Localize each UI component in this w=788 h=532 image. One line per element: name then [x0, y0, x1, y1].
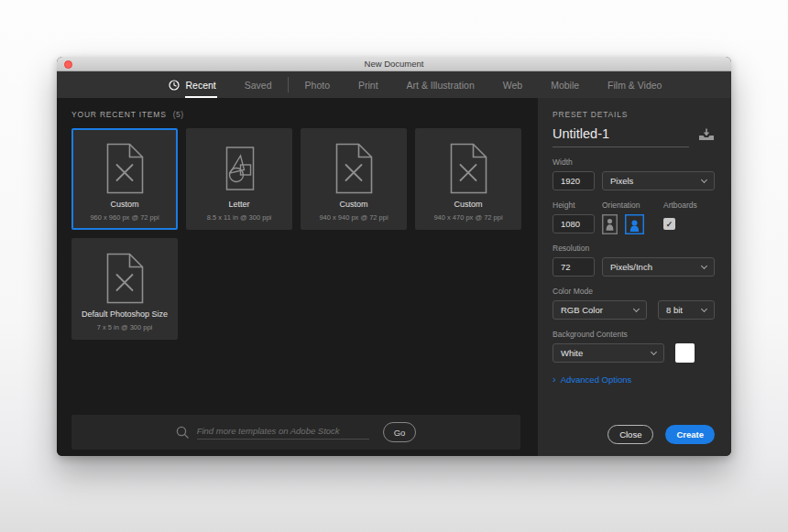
- recent-card-custom-940x470[interactable]: Custom 940 x 470 px @ 72 ppi: [415, 128, 521, 230]
- advanced-options-label: Advanced Options: [561, 375, 632, 385]
- card-subtitle: 940 x 470 px @ 72 ppi: [433, 213, 502, 222]
- chevron-right-icon: ›: [553, 375, 556, 385]
- close-window-button[interactable]: [64, 60, 72, 69]
- tab-saved-label: Saved: [245, 80, 272, 91]
- bit-depth-value: 8 bit: [666, 305, 683, 315]
- tab-photo[interactable]: Photo: [290, 71, 344, 98]
- chevron-down-icon: [701, 263, 707, 269]
- chevron-down-icon: [633, 306, 640, 312]
- width-unit-value: Pixels: [610, 176, 633, 186]
- document-pencils-icon: [104, 253, 146, 304]
- tab-print-label: Print: [358, 80, 378, 91]
- create-button[interactable]: Create: [665, 425, 715, 444]
- background-color-swatch[interactable]: [675, 343, 695, 363]
- background-contents-value: White: [561, 348, 583, 358]
- tab-web-label: Web: [503, 80, 522, 91]
- card-title: Custom: [339, 201, 367, 210]
- background-contents-label: Background Contents: [553, 330, 715, 339]
- preset-details-heading: PRESET DETAILS: [553, 98, 715, 119]
- document-pencils-icon: [448, 143, 489, 194]
- background-contents-dropdown[interactable]: White: [553, 343, 664, 363]
- recent-items-heading: YOUR RECENT ITEMS (5): [71, 98, 523, 119]
- width-unit-dropdown[interactable]: Pixels: [602, 171, 715, 190]
- tabbar: Recent Saved Photo Print Art & Illustrat…: [57, 71, 731, 98]
- titlebar: New Document: [57, 57, 731, 71]
- dialog-footer: Close Create: [607, 425, 715, 444]
- width-label: Width: [553, 157, 715, 167]
- tab-film-video-label: Film & Video: [607, 80, 662, 91]
- orientation-portrait-button[interactable]: [602, 214, 618, 234]
- search-icon: [176, 426, 189, 439]
- recent-items-grid: Custom 960 x 960 px @ 72 ppi Letter 8.5 …: [71, 128, 521, 340]
- document-pencils-icon: [334, 143, 375, 194]
- orientation-label: Orientation: [602, 201, 644, 210]
- color-mode-label: Color Mode: [553, 287, 715, 296]
- tab-mobile-label: Mobile: [551, 80, 579, 91]
- card-title: Letter: [228, 201, 249, 210]
- card-subtitle: 960 x 960 px @ 72 ppi: [90, 213, 159, 222]
- card-title: Custom: [454, 201, 482, 210]
- window-title: New Document: [365, 59, 424, 69]
- close-button[interactable]: Close: [607, 425, 653, 444]
- card-title: Custom: [110, 201, 138, 210]
- color-mode-value: RGB Color: [561, 305, 603, 315]
- tab-photo-label: Photo: [305, 80, 330, 91]
- card-subtitle: 7 x 5 in @ 300 ppi: [97, 323, 153, 331]
- document-name-input[interactable]: Untitled-1: [553, 126, 689, 147]
- bit-depth-dropdown[interactable]: 8 bit: [658, 300, 715, 320]
- orientation-landscape-button[interactable]: [625, 214, 644, 234]
- card-subtitle: 940 x 940 px @ 72 ppi: [319, 213, 388, 222]
- tab-web[interactable]: Web: [488, 71, 536, 98]
- recent-card-default-photoshop-size[interactable]: Default Photoshop Size 7 x 5 in @ 300 pp…: [71, 238, 178, 340]
- tab-divider: [288, 77, 289, 92]
- preset-details-pane: PRESET DETAILS Untitled-1 Width Pixels: [538, 98, 731, 456]
- resolution-input[interactable]: [553, 257, 595, 277]
- adobe-stock-searchbar: Find more templates on Adobe Stock Go: [71, 415, 520, 450]
- document-shapes-icon: [219, 143, 260, 194]
- checkmark-icon: ✓: [666, 220, 673, 229]
- document-pencils-icon: [104, 143, 146, 194]
- recent-card-letter[interactable]: Letter 8.5 x 11 in @ 300 ppi: [186, 128, 292, 230]
- artboards-checkbox[interactable]: ✓: [663, 218, 675, 230]
- tab-mobile[interactable]: Mobile: [537, 71, 594, 98]
- recent-items-pane: YOUR RECENT ITEMS (5) Custom 960 x 960 p…: [57, 98, 538, 456]
- resolution-unit-dropdown[interactable]: Pixels/Inch: [602, 257, 715, 277]
- new-document-dialog: New Document Recent Saved Photo Print Ar…: [57, 57, 731, 456]
- stock-search-input[interactable]: Find more templates on Adobe Stock: [197, 426, 369, 440]
- recent-items-heading-text: YOUR RECENT ITEMS: [71, 110, 167, 119]
- chevron-down-icon: [701, 306, 707, 312]
- tab-art-illustration[interactable]: Art & Illustration: [392, 71, 488, 98]
- card-subtitle: 8.5 x 11 in @ 300 ppi: [207, 213, 271, 222]
- color-mode-dropdown[interactable]: RGB Color: [553, 300, 647, 320]
- tab-art-illustration-label: Art & Illustration: [407, 80, 475, 91]
- width-input[interactable]: [553, 171, 595, 190]
- tab-recent-label: Recent: [186, 80, 216, 91]
- advanced-options-toggle[interactable]: › Advanced Options: [553, 375, 715, 385]
- chevron-down-icon: [701, 177, 707, 183]
- tab-recent[interactable]: Recent: [154, 71, 230, 98]
- main-area: YOUR RECENT ITEMS (5) Custom 960 x 960 p…: [57, 98, 731, 456]
- tab-print[interactable]: Print: [345, 71, 393, 98]
- height-label: Height: [553, 201, 595, 210]
- resolution-unit-value: Pixels/Inch: [610, 262, 652, 272]
- portrait-icon: [602, 214, 618, 234]
- recent-items-count: (5): [173, 110, 184, 119]
- card-title: Default Photoshop Size: [82, 310, 168, 320]
- recent-card-custom-940x940[interactable]: Custom 940 x 940 px @ 72 ppi: [301, 128, 407, 230]
- height-input[interactable]: [553, 214, 595, 233]
- artboards-label: Artboards: [663, 201, 697, 210]
- go-button[interactable]: Go: [383, 422, 417, 442]
- tab-film-video[interactable]: Film & Video: [594, 71, 676, 98]
- save-preset-icon[interactable]: [698, 128, 715, 141]
- resolution-label: Resolution: [553, 244, 715, 253]
- clock-icon: [169, 80, 180, 91]
- chevron-down-icon: [651, 349, 657, 355]
- landscape-icon-selected: [625, 214, 644, 234]
- recent-card-custom-960[interactable]: Custom 960 x 960 px @ 72 ppi: [71, 128, 178, 230]
- tab-saved[interactable]: Saved: [230, 71, 286, 98]
